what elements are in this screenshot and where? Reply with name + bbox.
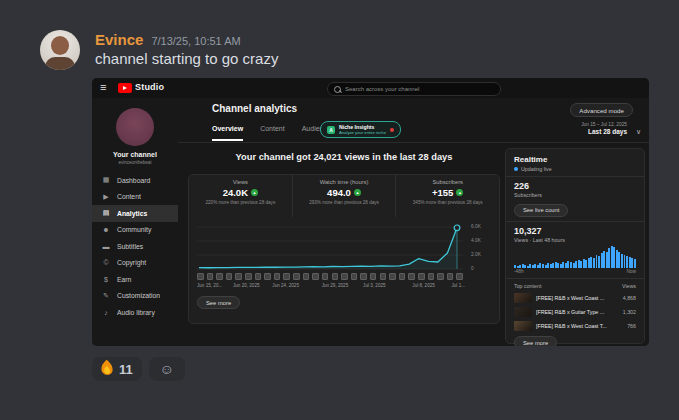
fire-emoji [101,362,113,377]
timeline-video-thumbnail [312,273,319,280]
date-range-picker[interactable]: Jun 15 – Jul 12, 2025 Last 28 days [581,122,627,135]
realtime-title: Realtime [514,155,636,164]
y-axis-label: 4.0K [471,238,481,243]
x-axis-label: Jun 29, 2025 [322,283,349,288]
realtime-bar-chart [514,246,636,268]
sidebar-item-earn[interactable]: $Earn [92,271,178,288]
timeline-video-thumbnail [389,273,396,280]
timeline-video-thumbnail [235,273,242,280]
timeline-video-thumbnail [322,273,329,280]
stat-card-subscribers[interactable]: Subscribers+155▲345% more than previous … [395,175,499,217]
top-content-label: Top content [514,283,541,289]
realtime-see-more-button[interactable]: See more [514,336,557,346]
sidebar-item-label: Dashboard [117,177,150,184]
table-row[interactable]: [FREE] R&B x West Coast ...4,868 [514,293,636,303]
divider [506,221,644,222]
studio-logo-text[interactable]: Studio [135,82,164,92]
tab-overview[interactable]: Overview [212,125,243,141]
message-timestamp: 7/13/25, 10:51 AM [151,35,240,47]
channel-avatar[interactable] [116,108,154,146]
table-row[interactable]: [FREE] R&B x Guitar Type ...1,302 [514,307,636,317]
stat-delta: 293% more than previous 28 days [293,200,396,205]
x-axis-label: Jun 20, 2025 [233,283,260,288]
timeline-video-thumbnail [226,273,233,280]
add-reaction-button[interactable]: ☺ [149,357,185,381]
youtube-logo-icon[interactable] [118,83,132,93]
channel-handle: evinceonthebeat [92,160,178,165]
sidebar-item-label: Community [117,226,151,233]
realtime-views-value: 10,327 [514,226,636,236]
niche-insights-subtitle: Analyze your entire niche [339,130,386,135]
chart-y-axis: 6.0K4.0K2.0K0 [471,221,497,271]
youtube-studio-screenshot[interactable]: ≡ Studio Search across your channel Your… [92,78,649,346]
message-header: Evince 7/13/25, 10:51 AM [95,31,241,48]
video-title: [FREE] R&B x West Coast ... [536,295,619,301]
reaction-count: 11 [119,362,133,377]
message-author[interactable]: Evince [95,31,143,48]
timeline-video-thumbnail [303,273,310,280]
menu-icon[interactable]: ≡ [100,81,106,93]
timeline-video-thumbnail [341,273,348,280]
tab-content[interactable]: Content [260,125,285,141]
sidebar-item-copyright[interactable]: ©Copyright [92,255,178,272]
timeline-video-thumbnail [255,273,262,280]
x-axis-label: Jun 15, 20... [197,283,222,288]
advanced-mode-button[interactable]: Advanced mode [570,103,633,117]
sidebar-item-customization[interactable]: ✎Customization [92,288,178,305]
search-input[interactable]: Search across your channel [327,82,501,96]
stat-card-views[interactable]: Views24.0K▲220% more than previous 28 da… [189,175,292,217]
audio-library-icon: ♪ [102,309,110,316]
trend-up-icon: ▲ [354,189,361,196]
timeline-video-thumbnail [207,273,214,280]
smiley-icon: ☺ [160,361,174,377]
realtime-views-label: Views · Last 48 hours [514,237,636,243]
sidebar-item-subtitles[interactable]: ▬Subtitles [92,238,178,255]
stat-card-watch-time-hours[interactable]: Watch time (hours)494.0▲293% more than p… [292,175,396,217]
video-title: [FREE] R&B x West Coast T... [536,323,623,329]
timeline-video-thumbnail [447,273,454,280]
reaction-fire[interactable]: 11 [92,357,142,381]
divider [506,176,644,177]
message-text: channel starting to go crazy [95,50,278,67]
table-row[interactable]: [FREE] R&B x West Coast T...766 [514,321,636,331]
sidebar-item-content[interactable]: ▶Content [92,189,178,206]
timeline-video-thumbnail [274,273,281,280]
stat-cards-row: Views24.0K▲220% more than previous 28 da… [189,175,499,217]
avatar-photo [51,36,69,55]
sidebar-item-label: Copyright [117,259,146,266]
timeline-video-thumbnail [456,273,463,280]
sidebar-item-analytics[interactable]: ▤Analytics [92,205,178,222]
avatar[interactable] [40,30,80,70]
y-axis-label: 6.0K [471,224,481,229]
see-more-button[interactable]: See more [197,296,240,309]
timeline-video-thumbnail [245,273,252,280]
timeline-video-thumbnail [332,273,339,280]
studio-topbar: ≡ Studio Search across your channel [92,78,649,98]
analytics-icon: ▤ [102,209,110,217]
chevron-down-icon[interactable]: ∨ [636,128,641,136]
trend-up-icon: ▲ [251,189,258,196]
timeline-video-thumbnail [283,273,290,280]
sidebar-item-label: Subtitles [117,243,143,250]
studio-main: Channel analytics Advanced mode Overview… [178,98,649,346]
video-views: 4,868 [623,295,636,301]
timeline-video-thumbnail [418,273,425,280]
page-title: Channel analytics [212,103,297,114]
date-range-text: Jun 15 – Jul 12, 2025 [581,122,627,127]
stat-value: 494.0 [327,187,351,198]
sidebar-item-audio-library[interactable]: ♪Audio library [92,304,178,321]
sidebar-menu: ▦Dashboard▶Content▤Analytics☻Community▬S… [92,172,178,321]
see-live-count-button[interactable]: See live count [514,204,568,217]
copyright-icon: © [102,259,110,266]
stat-label: Watch time (hours) [293,179,396,185]
niche-insights-badge[interactable]: A Niche Insights Analyze your entire nic… [320,121,401,138]
y-axis-label: 0 [471,266,474,271]
top-content-list: [FREE] R&B x West Coast ...4,868[FREE] R… [514,293,636,331]
video-thumbnails-row [197,273,463,280]
timeline-video-thumbnail [360,273,367,280]
timeline-video-thumbnail [264,273,271,280]
sidebar-item-community[interactable]: ☻Community [92,222,178,239]
sidebar-item-dashboard[interactable]: ▦Dashboard [92,172,178,189]
timeline-video-thumbnail [399,273,406,280]
search-placeholder: Search across your channel [345,86,419,92]
